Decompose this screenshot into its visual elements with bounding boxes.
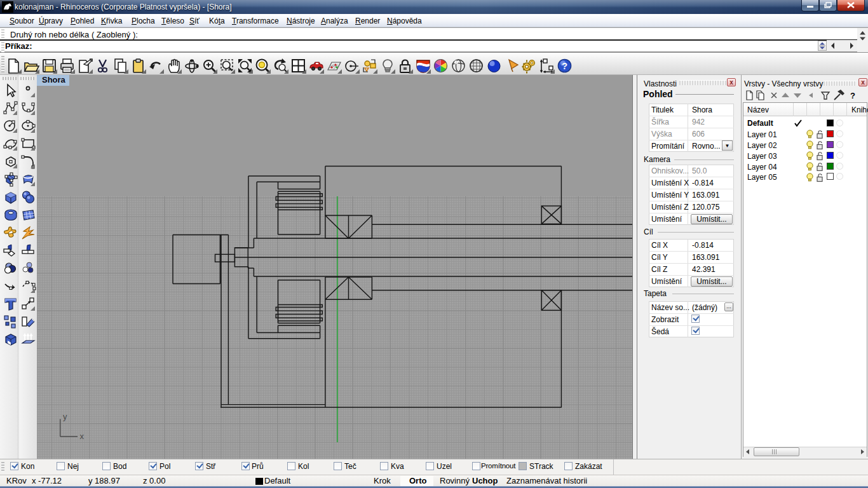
svg-text:?: ? bbox=[850, 91, 855, 100]
svg-text:?: ? bbox=[562, 60, 567, 71]
svg-text:x: x bbox=[80, 431, 85, 441]
svg-text:y: y bbox=[63, 412, 67, 421]
